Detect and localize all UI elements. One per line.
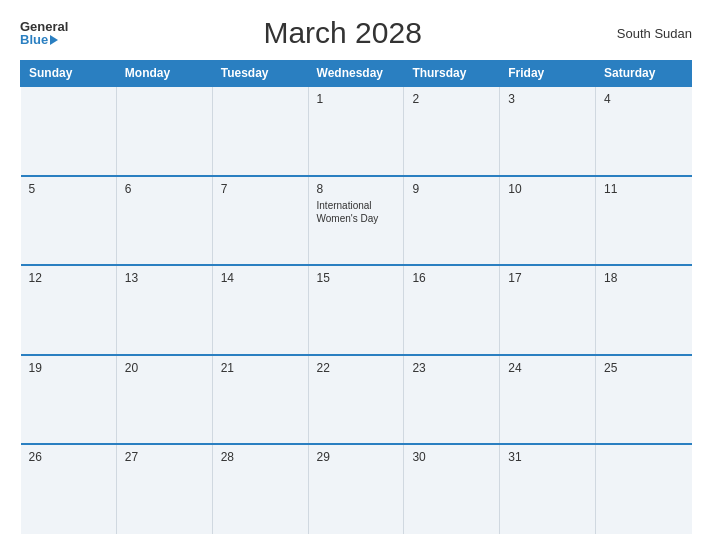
day-number: 17 bbox=[508, 271, 587, 285]
day-number: 23 bbox=[412, 361, 491, 375]
calendar-cell: 30 bbox=[404, 444, 500, 534]
day-number: 27 bbox=[125, 450, 204, 464]
calendar-cell: 26 bbox=[21, 444, 117, 534]
day-number: 18 bbox=[604, 271, 683, 285]
day-number: 9 bbox=[412, 182, 491, 196]
calendar-cell: 20 bbox=[116, 355, 212, 445]
day-number: 10 bbox=[508, 182, 587, 196]
calendar-title: March 2028 bbox=[263, 16, 421, 50]
day-number: 14 bbox=[221, 271, 300, 285]
calendar-cell: 21 bbox=[212, 355, 308, 445]
calendar-cell: 12 bbox=[21, 265, 117, 355]
day-number: 22 bbox=[317, 361, 396, 375]
calendar-cell bbox=[21, 86, 117, 176]
calendar-cell: 3 bbox=[500, 86, 596, 176]
day-number: 13 bbox=[125, 271, 204, 285]
header-friday: Friday bbox=[500, 61, 596, 87]
calendar-cell: 1 bbox=[308, 86, 404, 176]
calendar-cell bbox=[212, 86, 308, 176]
calendar-cell: 24 bbox=[500, 355, 596, 445]
calendar-week-row: 19202122232425 bbox=[21, 355, 692, 445]
calendar-cell: 14 bbox=[212, 265, 308, 355]
header-tuesday: Tuesday bbox=[212, 61, 308, 87]
calendar-week-row: 1234 bbox=[21, 86, 692, 176]
day-number: 7 bbox=[221, 182, 300, 196]
day-number: 21 bbox=[221, 361, 300, 375]
calendar-week-row: 12131415161718 bbox=[21, 265, 692, 355]
logo: General Blue bbox=[20, 20, 68, 46]
calendar-cell: 25 bbox=[596, 355, 692, 445]
calendar-cell bbox=[596, 444, 692, 534]
calendar-page: General Blue March 2028 South Sudan Sund… bbox=[0, 0, 712, 550]
header-saturday: Saturday bbox=[596, 61, 692, 87]
country-label: South Sudan bbox=[617, 26, 692, 41]
day-number: 15 bbox=[317, 271, 396, 285]
day-number: 28 bbox=[221, 450, 300, 464]
header-thursday: Thursday bbox=[404, 61, 500, 87]
day-number: 12 bbox=[29, 271, 108, 285]
calendar-cell: 5 bbox=[21, 176, 117, 266]
calendar-cell: 28 bbox=[212, 444, 308, 534]
calendar-cell: 7 bbox=[212, 176, 308, 266]
day-number: 31 bbox=[508, 450, 587, 464]
header-wednesday: Wednesday bbox=[308, 61, 404, 87]
day-number: 26 bbox=[29, 450, 108, 464]
calendar-cell: 16 bbox=[404, 265, 500, 355]
day-number: 1 bbox=[317, 92, 396, 106]
calendar-cell: 31 bbox=[500, 444, 596, 534]
calendar-cell: 11 bbox=[596, 176, 692, 266]
calendar-cell: 6 bbox=[116, 176, 212, 266]
day-number: 5 bbox=[29, 182, 108, 196]
days-header-row: Sunday Monday Tuesday Wednesday Thursday… bbox=[21, 61, 692, 87]
day-number: 16 bbox=[412, 271, 491, 285]
calendar-cell: 10 bbox=[500, 176, 596, 266]
header-monday: Monday bbox=[116, 61, 212, 87]
day-number: 4 bbox=[604, 92, 683, 106]
day-number: 20 bbox=[125, 361, 204, 375]
calendar-week-row: 5678International Women's Day91011 bbox=[21, 176, 692, 266]
day-number: 8 bbox=[317, 182, 396, 196]
header-sunday: Sunday bbox=[21, 61, 117, 87]
event-label: International Women's Day bbox=[317, 199, 396, 225]
day-number: 25 bbox=[604, 361, 683, 375]
calendar-cell bbox=[116, 86, 212, 176]
logo-blue-text: Blue bbox=[20, 33, 68, 46]
calendar-cell: 13 bbox=[116, 265, 212, 355]
day-number: 2 bbox=[412, 92, 491, 106]
calendar-table: Sunday Monday Tuesday Wednesday Thursday… bbox=[20, 60, 692, 534]
calendar-cell: 23 bbox=[404, 355, 500, 445]
day-number: 3 bbox=[508, 92, 587, 106]
calendar-cell: 9 bbox=[404, 176, 500, 266]
logo-triangle-icon bbox=[50, 35, 58, 45]
calendar-cell: 4 bbox=[596, 86, 692, 176]
calendar-cell: 18 bbox=[596, 265, 692, 355]
calendar-cell: 15 bbox=[308, 265, 404, 355]
day-number: 24 bbox=[508, 361, 587, 375]
calendar-cell: 8International Women's Day bbox=[308, 176, 404, 266]
day-number: 11 bbox=[604, 182, 683, 196]
calendar-cell: 19 bbox=[21, 355, 117, 445]
calendar-week-row: 262728293031 bbox=[21, 444, 692, 534]
calendar-cell: 2 bbox=[404, 86, 500, 176]
day-number: 19 bbox=[29, 361, 108, 375]
calendar-cell: 27 bbox=[116, 444, 212, 534]
calendar-cell: 22 bbox=[308, 355, 404, 445]
day-number: 29 bbox=[317, 450, 396, 464]
calendar-cell: 17 bbox=[500, 265, 596, 355]
day-number: 6 bbox=[125, 182, 204, 196]
calendar-header: General Blue March 2028 South Sudan bbox=[20, 16, 692, 50]
day-number: 30 bbox=[412, 450, 491, 464]
calendar-cell: 29 bbox=[308, 444, 404, 534]
